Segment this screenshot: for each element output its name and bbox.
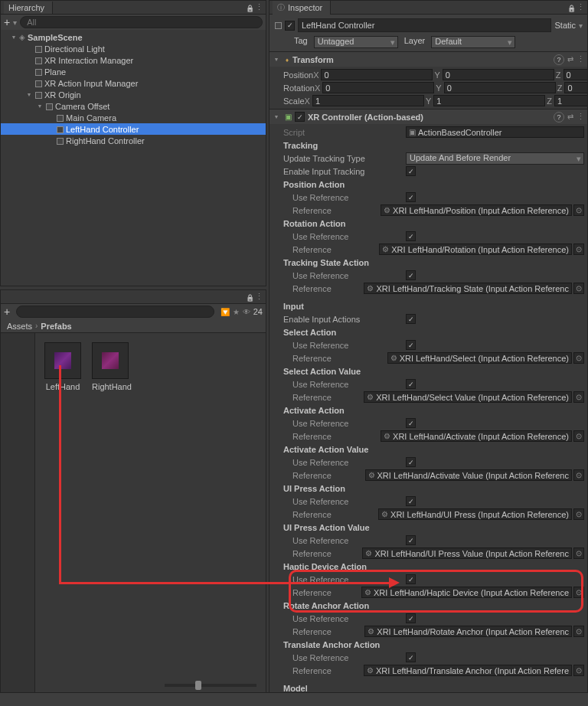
reference-field[interactable]: ⚙XRI LeftHand/Rotation (Input Action Ref… [379, 244, 572, 255]
object-picker-icon[interactable] [573, 352, 584, 364]
object-picker-icon[interactable] [573, 547, 584, 559]
scl-z-input[interactable] [554, 95, 587, 106]
panel-menu-icon[interactable]: ⋮ [577, 2, 584, 12]
use-reference-checkbox[interactable] [406, 418, 416, 428]
reference-field[interactable]: ⚙XRI LeftHand/Haptic Device (Input Actio… [361, 587, 572, 598]
enable-input-tracking-checkbox[interactable] [406, 166, 416, 176]
use-reference-checkbox[interactable] [406, 270, 416, 280]
transform-header[interactable]: ⬧ Transform ? ⇄ ⋮ [270, 51, 587, 67]
foldout-icon[interactable] [273, 113, 280, 121]
foldout-icon[interactable] [25, 45, 33, 53]
scl-y-input[interactable] [433, 95, 545, 106]
filter-icon[interactable]: 🔽 [220, 308, 230, 316]
panel-menu-icon[interactable]: ⋮ [255, 292, 263, 302]
foldout-icon[interactable] [47, 114, 54, 122]
object-picker-icon[interactable] [573, 283, 584, 294]
layer-dropdown[interactable]: Default [431, 36, 515, 48]
create-button[interactable]: + [4, 306, 10, 318]
rot-z-input[interactable] [564, 82, 587, 93]
object-picker-icon[interactable] [573, 430, 584, 442]
xr-controller-header[interactable]: ▣ XR Controller (Action-based) ? ⇄ ⋮ [270, 109, 587, 124]
hierarchy-row[interactable]: Plane [1, 66, 266, 77]
hierarchy-tab[interactable]: Hierarchy [4, 2, 53, 14]
use-reference-checkbox[interactable] [406, 496, 416, 506]
component-enabled-checkbox[interactable] [295, 112, 305, 122]
reference-field[interactable]: ⚙XRI LeftHand/Position (Input Action Ref… [381, 204, 572, 216]
breadcrumb-item[interactable]: Assets [7, 322, 32, 331]
hierarchy-row[interactable]: XR Origin [1, 89, 266, 100]
dropdown-icon[interactable]: ▾ [13, 18, 17, 27]
object-picker-icon[interactable] [573, 469, 584, 481]
hierarchy-search-input[interactable] [20, 16, 263, 28]
hierarchy-row[interactable]: Camera Offset [1, 100, 266, 112]
update-tracking-dropdown[interactable]: Update And Before Render [406, 152, 584, 165]
use-reference-checkbox[interactable] [406, 574, 416, 584]
thumbnail-size-slider[interactable] [165, 684, 256, 687]
help-icon[interactable]: ? [554, 54, 564, 65]
project-search-input[interactable] [16, 306, 214, 318]
reference-field[interactable]: ⚙XRI LeftHand/Activate (Input Action Ref… [381, 430, 572, 442]
hidden-icon[interactable]: 👁 [243, 308, 250, 316]
foldout-icon[interactable] [36, 103, 44, 110]
lock-icon[interactable] [246, 293, 255, 302]
favorite-icon[interactable]: ★ [233, 308, 240, 316]
asset-item[interactable]: LeftHand [44, 342, 81, 391]
use-reference-checkbox[interactable] [406, 231, 416, 241]
asset-item[interactable]: RightHand [92, 342, 129, 391]
tag-dropdown[interactable]: Untagged [314, 36, 398, 48]
help-icon[interactable]: ? [554, 112, 564, 123]
reference-field[interactable]: ⚙XRI LeftHand/Activate Value (Input Acti… [365, 469, 573, 481]
object-picker-icon[interactable] [573, 665, 584, 676]
object-picker-icon[interactable] [573, 391, 584, 403]
hierarchy-row[interactable]: Directional Light [1, 43, 266, 54]
reference-field[interactable]: ⚙XRI LeftHand/UI Press Value (Input Acti… [362, 547, 572, 559]
use-reference-checkbox[interactable] [406, 535, 416, 545]
pos-z-input[interactable] [564, 69, 587, 80]
enable-input-actions-checkbox[interactable] [406, 314, 416, 324]
create-button[interactable]: + [4, 16, 10, 28]
hierarchy-row[interactable]: Main Camera [1, 112, 266, 123]
hierarchy-row[interactable]: XR Action Input Manager [1, 77, 266, 89]
reference-field[interactable]: ⚙XRI LeftHand/Select (Input Action Refer… [387, 352, 572, 364]
component-menu-icon[interactable]: ⋮ [577, 112, 584, 122]
active-checkbox[interactable] [285, 21, 295, 31]
gameobject-name-input[interactable] [298, 18, 551, 32]
scl-x-input[interactable] [312, 95, 424, 106]
scene-row[interactable]: ◈ SampleScene [1, 31, 266, 43]
rot-y-input[interactable] [444, 82, 556, 93]
object-picker-icon[interactable] [573, 626, 584, 637]
project-folders[interactable] [1, 333, 35, 702]
reference-field[interactable]: ⚙XRI LeftHand/Select Value (Input Action… [364, 391, 572, 403]
breadcrumb-item[interactable]: Prefabs [41, 322, 71, 331]
foldout-icon[interactable] [47, 126, 54, 133]
panel-menu-icon[interactable]: ⋮ [255, 2, 263, 12]
hierarchy-row[interactable]: RightHand Controller [1, 135, 266, 146]
foldout-icon[interactable] [25, 68, 33, 76]
inspector-tab[interactable]: ⓘ Inspector [273, 1, 331, 15]
hierarchy-row[interactable]: XR Interaction Manager [1, 54, 266, 66]
use-reference-checkbox[interactable] [406, 652, 416, 662]
use-reference-checkbox[interactable] [406, 457, 416, 467]
foldout-icon[interactable] [47, 137, 54, 145]
object-picker-icon[interactable] [573, 587, 584, 598]
foldout-icon[interactable] [25, 80, 33, 87]
foldout-icon[interactable] [25, 57, 33, 64]
foldout-icon[interactable] [10, 34, 18, 41]
lock-icon[interactable] [246, 3, 255, 12]
gameobject-icon[interactable] [274, 21, 282, 29]
use-reference-checkbox[interactable] [406, 340, 416, 350]
use-reference-checkbox[interactable] [406, 613, 416, 623]
reference-field[interactable]: ⚙XRI LeftHand/UI Press (Input Action Ref… [378, 508, 572, 520]
use-reference-checkbox[interactable] [406, 379, 416, 389]
preset-icon[interactable]: ⇄ [567, 55, 573, 64]
foldout-icon[interactable] [273, 56, 280, 64]
hierarchy-row[interactable]: LeftHand Controller [1, 123, 266, 135]
object-picker-icon[interactable] [573, 244, 584, 255]
slider-thumb[interactable] [195, 681, 201, 690]
pos-x-input[interactable] [321, 69, 433, 80]
component-menu-icon[interactable]: ⋮ [577, 54, 584, 64]
pos-y-input[interactable] [443, 69, 554, 80]
object-picker-icon[interactable] [573, 508, 584, 520]
reference-field[interactable]: ⚙XRI LeftHand/Rotate Anchor (Input Actio… [364, 626, 572, 637]
rot-x-input[interactable] [322, 82, 434, 93]
